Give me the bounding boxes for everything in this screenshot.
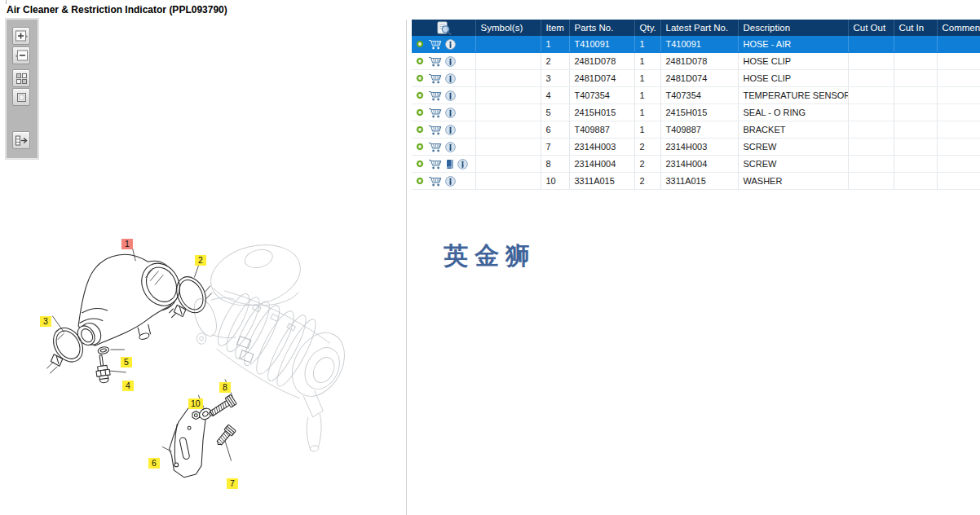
cell-latest-part-no: 2415H015 (660, 104, 738, 121)
cart-icon[interactable] (428, 90, 442, 101)
o-ring-drawing[interactable] (97, 346, 109, 355)
cell-symbols (475, 156, 541, 173)
cell-latest-part-no: T410091 (660, 36, 738, 53)
cell-item: 4 (541, 87, 569, 104)
info-icon[interactable] (445, 90, 456, 101)
column-header-actions (412, 20, 475, 36)
table-row[interactable]: 2 2481D078 1 2481D078 HOSE CLIP (412, 53, 980, 70)
cart-icon[interactable] (428, 56, 442, 67)
cart-icon[interactable] (428, 108, 442, 118)
cell-cut-out (848, 36, 894, 53)
column-header-cut-in: Cut In (894, 20, 937, 36)
gear-icon[interactable] (415, 159, 425, 169)
parts-table-panel: Symbol(s) Item Parts No. Qty. Latest Par… (412, 20, 980, 190)
cell-symbols (475, 104, 541, 121)
cart-icon[interactable] (428, 176, 442, 187)
callout-item-4[interactable]: 4 (122, 381, 134, 391)
hose-air-drawing[interactable] (74, 254, 187, 349)
fit-view-icon (14, 71, 29, 86)
info-icon[interactable] (445, 73, 456, 84)
cell-symbols (475, 53, 541, 70)
table-row[interactable]: 4 T407354 1 T407354 TEMPERATURE SENSOR (412, 87, 980, 104)
actual-size-button[interactable] (12, 88, 30, 106)
gear-icon[interactable] (415, 125, 425, 134)
cell-latest-part-no: 3311A015 (660, 173, 738, 190)
zoom-out-button[interactable] (12, 46, 30, 64)
cell-cut-in (894, 139, 937, 156)
gear-icon[interactable] (415, 176, 425, 186)
cell-description: HOSE - AIR (738, 36, 848, 53)
cell-item: 6 (541, 121, 569, 139)
cell-comments (937, 70, 980, 87)
gear-icon[interactable] (415, 56, 425, 66)
column-header-symbols: Symbol(s) (475, 20, 541, 36)
cell-item: 10 (541, 173, 569, 190)
gear-icon[interactable] (415, 73, 425, 83)
document-icon[interactable] (445, 159, 454, 169)
callout-item-7[interactable]: 7 (227, 478, 238, 489)
cart-icon[interactable] (428, 125, 442, 135)
cell-latest-part-no: 2314H003 (660, 139, 738, 156)
info-icon[interactable] (445, 125, 456, 135)
column-header-description: Description (738, 20, 848, 36)
callout-item-2[interactable]: 2 (195, 255, 206, 266)
cart-icon[interactable] (428, 142, 442, 152)
info-icon[interactable] (445, 108, 456, 118)
callout-item-8[interactable]: 8 (219, 382, 231, 393)
table-row[interactable]: 8 2314H004 2 2314H004 SCREW (412, 156, 980, 173)
info-icon[interactable] (457, 159, 468, 169)
info-icon[interactable] (445, 142, 456, 152)
zoom-in-button[interactable] (12, 27, 30, 45)
cell-description: SCREW (738, 156, 848, 173)
watermark-text: 英金狮 (444, 240, 536, 273)
gear-icon[interactable] (415, 142, 425, 152)
gear-icon[interactable] (415, 39, 425, 49)
gear-icon[interactable] (415, 90, 425, 100)
table-header-row: Symbol(s) Item Parts No. Qty. Latest Par… (412, 20, 980, 36)
callout-item-1[interactable]: 1 (121, 239, 133, 249)
cell-item: 8 (541, 156, 569, 173)
cart-icon[interactable] (428, 39, 442, 50)
cell-parts-no: 2314H003 (569, 139, 634, 156)
cell-parts-no: T410091 (569, 36, 634, 53)
actual-size-icon (14, 90, 29, 105)
table-row[interactable]: 7 2314H003 2 2314H003 SCREW (412, 139, 980, 156)
cell-comments (937, 36, 980, 53)
screw-7-drawing[interactable] (214, 425, 236, 447)
toggle-side-panel-button[interactable] (12, 131, 30, 149)
cell-cut-in (894, 70, 937, 87)
info-icon[interactable] (445, 56, 456, 67)
callout-item-3[interactable]: 3 (40, 316, 51, 327)
cart-icon[interactable] (428, 159, 442, 169)
callout-item-6[interactable]: 6 (148, 458, 160, 469)
info-icon[interactable] (445, 39, 456, 50)
panel-splitter[interactable] (406, 20, 407, 515)
cell-cut-out (848, 121, 894, 139)
cell-latest-part-no: 2314H004 (660, 156, 738, 173)
cell-cut-out (848, 156, 894, 173)
callout-item-5[interactable]: 5 (121, 357, 132, 368)
table-row[interactable]: 6 T409887 1 T409887 BRACKET (412, 121, 980, 139)
screw-8-drawing[interactable] (207, 394, 236, 419)
cell-cut-out (848, 53, 894, 70)
table-row[interactable]: 3 2481D074 1 2481D074 HOSE CLIP (412, 70, 980, 87)
cell-parts-no: T409887 (569, 121, 634, 139)
column-header-cut-out: Cut Out (848, 20, 894, 36)
callout-item-10[interactable]: 10 (188, 398, 203, 409)
temperature-sensor-drawing[interactable] (94, 354, 111, 384)
cell-cut-in (894, 156, 937, 173)
cell-qty: 1 (634, 87, 660, 104)
cell-description: WASHER (738, 173, 848, 190)
table-row[interactable]: 1 T410091 1 T410091 HOSE - AIR (412, 36, 980, 53)
zoom-in-icon (14, 29, 29, 44)
cell-parts-no: 2415H015 (569, 104, 634, 121)
fit-to-window-button[interactable] (12, 69, 30, 87)
table-row[interactable]: 10 3311A015 2 3311A015 WASHER (412, 173, 980, 190)
cell-comments (937, 53, 980, 70)
info-icon[interactable] (445, 176, 456, 187)
cell-symbols (475, 173, 541, 190)
cell-symbols (475, 70, 541, 87)
cart-icon[interactable] (428, 73, 442, 84)
gear-icon[interactable] (415, 108, 425, 117)
table-row[interactable]: 5 2415H015 1 2415H015 SEAL - O RING (412, 104, 980, 121)
